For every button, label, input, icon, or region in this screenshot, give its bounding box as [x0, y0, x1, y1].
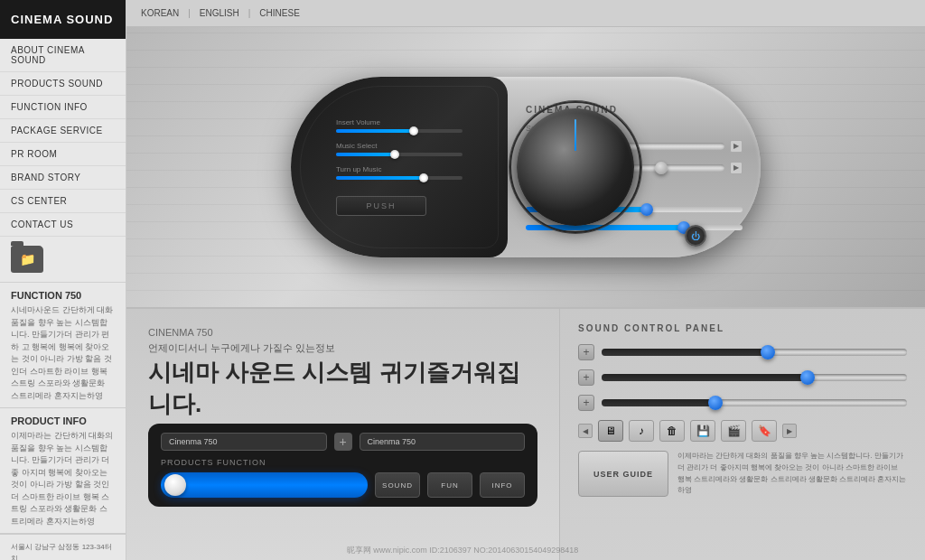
fun-btn[interactable]: FUN: [427, 472, 472, 498]
music-select-group: Music Select: [336, 142, 490, 156]
sidebar-item-function[interactable]: FUNCTION INFO: [0, 96, 126, 119]
sidebar-item-about[interactable]: ABOUT CINEMA SOUND: [0, 39, 126, 72]
bottom-left: CINENMA 750 언제이디서니 누구에게나 가짙수 있는정보 시네마 사운…: [126, 309, 560, 560]
sidebar-folder: 📁: [0, 237, 126, 283]
controller-select-1[interactable]: Cinenma 750: [161, 433, 327, 451]
slider2-plus[interactable]: +: [578, 369, 594, 386]
main-knob[interactable]: [517, 108, 634, 226]
slider3-plus[interactable]: +: [578, 395, 594, 411]
icon-monitor[interactable]: 🖥: [598, 420, 623, 442]
product-section: PRODUCT INFO 이제마라는 간단하게 대화의 품질을 향우 높는 시스…: [0, 408, 126, 534]
sv2-arrow-right[interactable]: ▶: [730, 162, 743, 174]
push-button[interactable]: PUSH: [336, 196, 426, 216]
controller-toggle-row: SOUND FUN INFO: [161, 472, 525, 498]
bottom-section: CINENMA 750 언제이디서니 누구에게나 가짙수 있는정보 시네마 사운…: [126, 307, 925, 560]
sound-slider-row-3: +: [578, 395, 907, 411]
cinenma-subtitle: 언제이디서니 누구에게나 가짙수 있는정보: [148, 341, 537, 355]
slider1-track[interactable]: [602, 349, 907, 356]
controller-plus-btn[interactable]: +: [334, 433, 352, 451]
sidebar-item-package[interactable]: PACKAGE SERVICE: [0, 119, 126, 143]
sv-arrow-right[interactable]: ▶: [730, 140, 743, 153]
icon-nav-left[interactable]: ◀: [578, 424, 593, 438]
watermark: 昵享网 www.nipic.com ID:2106397 NO:20140630…: [347, 545, 579, 556]
audio-device: Insert Volume Music Select: [291, 77, 761, 257]
turn-up-track[interactable]: [336, 176, 462, 180]
product-title: PRODUCT INFO: [11, 415, 115, 426]
sound-panel-title: SOUND CONTROL PANEL: [578, 323, 907, 333]
sound-btn[interactable]: SOUND: [375, 472, 420, 498]
main-knob-area: [517, 108, 634, 226]
insert-volume-track[interactable]: [336, 129, 462, 133]
toggle-knob: [164, 474, 186, 496]
bottom-right: SOUND CONTROL PANEL + +: [560, 309, 925, 560]
cinenma-model: CINENMA 750: [148, 327, 537, 338]
nav-divider-2: |: [248, 8, 251, 18]
sidebar-footer: 서울시 강남구 삼정동 123-34터치 대표전화 : 02-3520-5900…: [0, 534, 126, 560]
controller-products-label: PRODUCTS FUNCTION: [161, 458, 525, 467]
sidebar-item-pr[interactable]: PR ROOM: [0, 143, 126, 166]
user-guide-text: 이제마라는 간단하게 대화의 품질을 향우 높는 시스템합니다. 만들기가더 관…: [677, 451, 907, 497]
sidebar-item-products[interactable]: PRODUCTS SOUND: [0, 72, 126, 96]
slider2-track[interactable]: [602, 374, 907, 381]
controller-top-row: Cinenma 750 + Cinenma 750: [161, 433, 525, 451]
function-text: 시네마사운드 간단하게 대화 품질을 향우 높는 시스템합니다. 만들기가더 관…: [11, 304, 115, 402]
icon-nav-right[interactable]: ▶: [782, 424, 797, 438]
icon-film[interactable]: 🎬: [721, 420, 746, 442]
user-guide-button[interactable]: USER GUIDE: [578, 451, 668, 497]
icon-trash[interactable]: 🗑: [659, 420, 685, 442]
turn-up-label: Turn up Music: [336, 165, 490, 173]
device-left-panel: Insert Volume Music Select: [291, 77, 508, 257]
nav-chinese[interactable]: CHINESE: [259, 8, 299, 18]
controller-toggle[interactable]: [161, 472, 368, 498]
sidebar-item-brand[interactable]: BRAND STORY: [0, 166, 126, 190]
power-button[interactable]: [685, 225, 706, 247]
main-content: KOREAN | ENGLISH | CHINESE Insert Volume: [126, 0, 925, 560]
folder-icon: 📁: [11, 246, 43, 273]
sidebar-nav: ABOUT CINEMA SOUND PRODUCTS SOUND FUNCTI…: [0, 39, 126, 237]
sound-slider-row-1: +: [578, 344, 907, 360]
slider1-plus[interactable]: +: [578, 344, 594, 360]
turn-up-group: Turn up Music: [336, 165, 490, 180]
music-select-track[interactable]: [336, 153, 462, 156]
music-select-label: Music Select: [336, 142, 490, 150]
sidebar-item-contact[interactable]: CONTACT US: [0, 213, 126, 237]
footer-company: 서울시 강남구 삼정동 123-34터치: [11, 542, 115, 560]
nav-divider-1: |: [188, 8, 191, 18]
sound-slider-row-2: +: [578, 369, 907, 386]
hero-section: Insert Volume Music Select: [126, 27, 925, 307]
function-title: FUNCTION 750: [11, 290, 115, 301]
slider3-track[interactable]: [602, 399, 907, 406]
controller-select-2[interactable]: Cinenma 750: [360, 433, 526, 451]
top-nav: KOREAN | ENGLISH | CHINESE: [126, 0, 925, 27]
site-logo: CINEMA SOUND: [0, 0, 126, 39]
insert-volume-group: Insert Volume: [336, 118, 490, 133]
function-section: FUNCTION 750 시네마사운드 간단하게 대화 품질을 향우 높는 시스…: [0, 283, 126, 408]
nav-korean[interactable]: KOREAN: [141, 8, 179, 18]
nav-english[interactable]: ENGLISH: [200, 8, 239, 18]
cinenma-bigtext: 시네마 사운드 시스템 귀기즐거워집니다.: [148, 357, 537, 420]
sidebar: CINEMA SOUND ABOUT CINEMA SOUND PRODUCTS…: [0, 0, 126, 560]
icon-save[interactable]: 💾: [690, 420, 715, 442]
device-controller: Cinenma 750 + Cinenma 750 PRODUCTS FUNCT…: [148, 424, 537, 507]
icon-music[interactable]: ♪: [629, 420, 654, 442]
sidebar-item-cs[interactable]: CS CENTER: [0, 190, 126, 213]
insert-volume-label: Insert Volume: [336, 118, 490, 126]
user-guide-section: USER GUIDE 이제마라는 간단하게 대화의 품질을 향우 높는 시스템합…: [578, 451, 907, 497]
info-btn[interactable]: INFO: [480, 472, 525, 498]
product-text: 이제마라는 간단하게 대화의 품질을 향우 높는 시스템합니다. 만들기가더 관…: [11, 430, 115, 527]
icon-bookmark[interactable]: 🔖: [752, 420, 777, 442]
icon-row: ◀ 🖥 ♪ 🗑 💾 🎬 🔖 ▶: [578, 420, 907, 442]
